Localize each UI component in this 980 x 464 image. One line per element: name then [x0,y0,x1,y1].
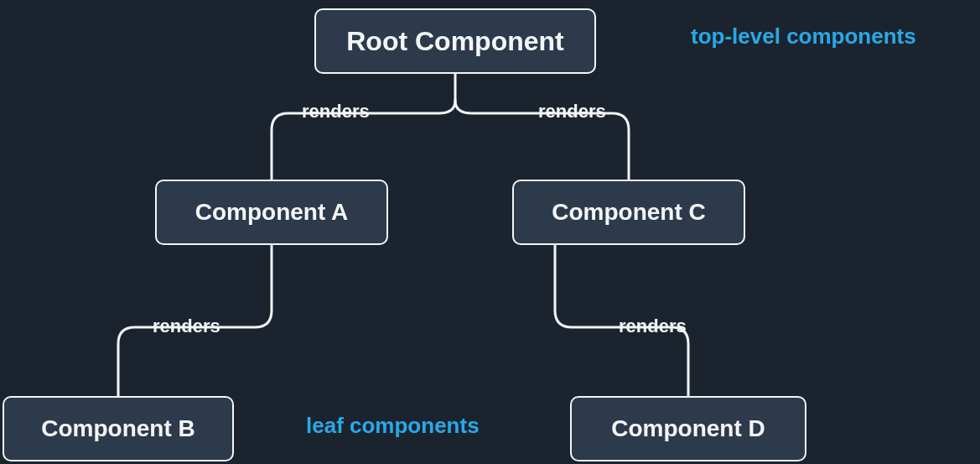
annotation-top-level: top-level components [691,23,916,50]
node-root-component: Root Component [314,8,596,74]
node-label: Component B [41,415,195,442]
edge-label-a-to-b: renders [153,315,220,337]
edge-label-root-to-a: renders [302,101,370,123]
node-label: Component C [552,199,706,226]
node-label: Component A [195,199,349,226]
node-component-b: Component B [3,396,234,461]
node-component-a: Component A [155,180,388,245]
node-label: Component D [611,415,765,442]
node-label: Root Component [346,26,564,57]
annotation-leaf: leaf components [306,413,480,439]
edge-label-c-to-d: renders [619,315,687,337]
component-tree-diagram: Root Component Component A Component C C… [0,0,980,464]
node-component-d: Component D [570,396,806,461]
node-component-c: Component C [512,180,745,245]
edge-label-root-to-c: renders [538,101,606,123]
